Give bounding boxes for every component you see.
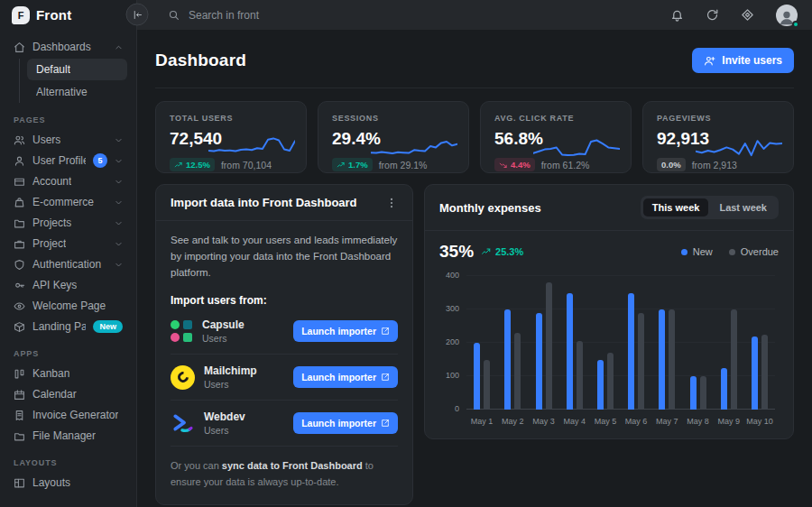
bar-overdue[interactable] xyxy=(607,353,614,410)
import-row-capsule: CapsuleUsersLaunch importer xyxy=(171,309,398,355)
chart-plot-area xyxy=(466,276,775,410)
launch-importer-button[interactable]: Launch importer xyxy=(293,366,398,388)
sidebar-item-users[interactable]: Users xyxy=(9,130,127,150)
bar-new[interactable] xyxy=(597,360,604,410)
external-link-icon xyxy=(381,327,390,336)
import-list-title: Import users from: xyxy=(171,294,398,307)
import-item-name: Capsule xyxy=(202,318,245,331)
bar-overdue[interactable] xyxy=(700,376,706,410)
stat-change-value: 12.5% xyxy=(186,160,210,170)
sidebar-item-landing-page[interactable]: Landing PageNew xyxy=(9,317,127,336)
sidebar-item-default[interactable]: Default xyxy=(27,59,127,80)
sidebar-item-account[interactable]: Account xyxy=(9,171,127,191)
sidebar-item-alternative[interactable]: Alternative xyxy=(27,81,127,103)
avatar[interactable] xyxy=(776,5,798,26)
eye-icon xyxy=(14,300,25,312)
sidebar-item-projects[interactable]: Projects xyxy=(9,213,127,233)
sync-data-link[interactable]: sync data to Front Dashboard xyxy=(222,460,363,471)
bar-new[interactable] xyxy=(690,376,697,410)
import-item-info: CapsuleUsers xyxy=(202,318,245,344)
sidebar-item-calendar[interactable]: Calendar xyxy=(9,384,127,404)
bar-overdue[interactable] xyxy=(669,309,675,410)
sidebar-item-label: Default xyxy=(36,63,70,76)
bar-overdue[interactable] xyxy=(546,282,552,410)
stat-change-badge: 0.0% xyxy=(657,158,686,171)
import-description: See and talk to your users and leads imm… xyxy=(171,233,398,281)
bar-new[interactable] xyxy=(721,368,727,410)
brand[interactable]: F Front xyxy=(9,0,127,30)
briefcase-icon xyxy=(14,238,25,250)
sidebar-item-label: Kanban xyxy=(32,367,69,380)
bar-group-may-1 xyxy=(466,276,497,410)
stat-label: SESSIONS xyxy=(332,114,455,123)
bar-new[interactable] xyxy=(659,309,665,410)
webdev-logo-icon xyxy=(171,411,195,436)
tab-last-week[interactable]: Last week xyxy=(710,198,776,217)
chevron-down-icon xyxy=(115,219,123,227)
chart-x-labels: May 1May 2May 3May 4May 5May 6May 7May 8… xyxy=(466,417,775,426)
invite-users-button[interactable]: Invite users xyxy=(692,48,794,73)
bar-new[interactable] xyxy=(474,343,480,410)
chart-y-tick: 0 xyxy=(439,404,459,413)
invite-users-label: Invite users xyxy=(722,54,782,67)
bar-new[interactable] xyxy=(536,313,542,410)
sidebar-item-dashboards[interactable]: Dashboards xyxy=(9,37,127,57)
bar-overdue[interactable] xyxy=(761,335,768,410)
stat-change-badge: 1.7% xyxy=(332,158,373,171)
sidebar-item-layouts[interactable]: Layouts xyxy=(9,473,127,493)
import-row-mailchimp: MailchimpUsersLaunch importer xyxy=(171,355,398,401)
import-row-webdev: WebdevUsersLaunch importer xyxy=(171,401,398,447)
chevron-up-icon xyxy=(115,43,123,51)
stat-change-value: 1.7% xyxy=(348,160,368,170)
trend-up-icon xyxy=(337,161,346,170)
sidebar-item-project[interactable]: Project xyxy=(9,234,127,254)
nav-sections: PAGESUsersUser Profile5AccountE-commerce… xyxy=(9,115,127,507)
bar-overdue[interactable] xyxy=(577,341,583,410)
apps-launcher-icon[interactable] xyxy=(741,8,754,22)
key-icon xyxy=(14,280,25,291)
sidebar-item-label: Authentication xyxy=(32,258,101,271)
dashboards-subnav: Default Alternative xyxy=(19,59,127,103)
bar-new[interactable] xyxy=(504,309,511,410)
bar-new[interactable] xyxy=(567,293,573,410)
launch-importer-button[interactable]: Launch importer xyxy=(293,412,398,434)
sidebar-item-api-keys[interactable]: API Keys xyxy=(9,275,127,295)
kebab-menu-icon[interactable] xyxy=(385,197,398,209)
tab-this-week[interactable]: This week xyxy=(643,198,709,217)
launch-importer-label: Launch importer xyxy=(301,418,376,429)
chart-bars xyxy=(466,276,775,410)
sidebar-item-file-manager[interactable]: File Manager xyxy=(9,426,127,446)
sidebar-item-authentication[interactable]: Authentication xyxy=(9,254,127,274)
stat-card-sessions: SESSIONS29.4%1.7%from 29.1% xyxy=(318,101,469,173)
bar-overdue[interactable] xyxy=(638,313,644,410)
sidebar-nav: Dashboards Default Alternative PAGESUser… xyxy=(9,37,127,507)
sidebar-item-kanban[interactable]: Kanban xyxy=(9,364,127,383)
sidebar-item-invoice-generator[interactable]: Invoice Generator xyxy=(9,405,127,425)
sidebar-item-label: Landing Page xyxy=(32,320,86,333)
folder-icon xyxy=(14,217,25,229)
folder2-icon xyxy=(14,430,25,442)
sidebar-collapse-button[interactable] xyxy=(126,4,149,26)
chart-x-tick: May 5 xyxy=(590,417,621,426)
bar-overdue[interactable] xyxy=(514,333,521,410)
import-data-card: Import data into Front Dashboard See and… xyxy=(155,184,413,505)
bar-new[interactable] xyxy=(628,293,634,410)
bell-icon[interactable] xyxy=(670,8,684,22)
stat-change-badge: 4.4% xyxy=(494,158,535,171)
shield-icon xyxy=(14,259,25,271)
bar-overdue[interactable] xyxy=(484,360,490,410)
bar-group-may-9 xyxy=(714,276,744,410)
sidebar-item-welcome-page[interactable]: Welcome Page xyxy=(9,296,127,316)
chart-x-tick: May 1 xyxy=(466,417,497,426)
sidebar-item-e-commerce[interactable]: E-commerce xyxy=(9,192,127,212)
refresh-icon[interactable] xyxy=(706,8,719,22)
bar-new[interactable] xyxy=(752,336,758,410)
launch-importer-button[interactable]: Launch importer xyxy=(293,320,398,342)
search-input[interactable] xyxy=(189,9,423,22)
import-list: CapsuleUsersLaunch importerMailchimpUser… xyxy=(171,309,398,447)
sidebar-item-label: Account xyxy=(32,175,71,188)
bar-overdue[interactable] xyxy=(731,309,737,410)
legend-dot-new xyxy=(681,249,687,255)
sidebar-item-user-profile[interactable]: User Profile5 xyxy=(9,151,127,171)
import-item-sub: Users xyxy=(204,379,257,390)
